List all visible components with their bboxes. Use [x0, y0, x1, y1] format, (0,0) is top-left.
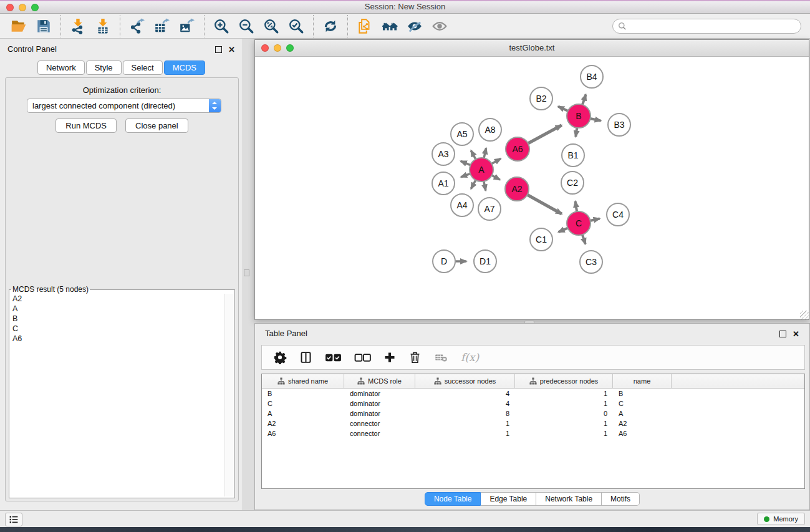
zoom-fit-icon[interactable] — [259, 16, 284, 36]
table-cell: 1 — [515, 390, 613, 397]
table-cell: 1 — [515, 420, 613, 427]
duplicate-network-icon[interactable] — [352, 16, 377, 36]
graph-node-label-C4: C4 — [612, 210, 624, 220]
table-cell: 1 — [515, 400, 613, 407]
table-cell: dominator — [344, 400, 415, 407]
tab-style[interactable]: Style — [86, 60, 122, 75]
float-panel-button[interactable] — [215, 44, 222, 56]
column-visibility-icon[interactable] — [299, 349, 312, 365]
graph-node-label-B3: B3 — [614, 120, 624, 130]
table-cell: B — [262, 390, 344, 397]
column-header-shared-name[interactable]: shared name — [262, 374, 344, 388]
delete-column-icon[interactable] — [408, 349, 422, 365]
graph-node-label-B4: B4 — [586, 72, 597, 82]
delete-table-icon[interactable] — [434, 349, 448, 365]
table-cell: 4 — [415, 400, 515, 407]
table-row[interactable]: Cdominator41C — [262, 399, 804, 409]
zoom-selected-icon[interactable] — [284, 16, 309, 36]
memory-status-icon — [764, 516, 769, 522]
show-all-icon[interactable] — [427, 16, 452, 36]
open-session-icon[interactable] — [6, 16, 31, 36]
graph-node-label-B2: B2 — [536, 94, 546, 104]
function-builder-icon[interactable]: f(x) — [461, 349, 479, 365]
deselect-all-icon[interactable] — [354, 349, 371, 365]
column-header-mcds-role[interactable]: MCDS role — [344, 374, 415, 388]
network-window-titlebar[interactable]: testGlobe.txt — [255, 40, 809, 57]
float-table-panel-button[interactable] — [779, 329, 786, 340]
table-cell: dominator — [344, 410, 415, 417]
run-mcds-button[interactable]: Run MCDS — [55, 118, 117, 133]
refresh-layout-icon[interactable] — [318, 16, 343, 36]
reset-view-icon[interactable] — [377, 16, 402, 36]
graph-node-label-C3: C3 — [586, 257, 597, 267]
mcds-result-list: A2ABCA6 — [11, 294, 224, 496]
graph-node-label-C2: C2 — [567, 178, 578, 188]
table-cell: 4 — [415, 390, 515, 397]
select-all-icon[interactable] — [325, 349, 342, 365]
application-window: Session: New Session Control Panel — [0, 0, 810, 532]
control-panel-title: Control Panel — [7, 44, 57, 54]
table-cell: A6 — [262, 430, 344, 437]
select-stepper-icon — [209, 99, 221, 112]
close-table-panel-button[interactable]: ✕ — [793, 331, 799, 338]
tab-node-table[interactable]: Node Table — [425, 492, 481, 506]
list-icon — [9, 515, 19, 525]
column-header-predecessor-nodes[interactable]: predecessor nodes — [515, 374, 613, 388]
table-toolbar: f(x) — [261, 345, 805, 370]
table-cell: A — [262, 410, 344, 417]
memory-button[interactable]: Memory — [757, 513, 805, 525]
table-cell: A2 — [262, 420, 344, 427]
tab-edge-table[interactable]: Edge Table — [481, 492, 536, 506]
column-header-filler — [672, 374, 804, 388]
close-panel-button[interactable]: ✕ — [228, 46, 235, 54]
import-table-icon[interactable] — [90, 16, 115, 36]
table-cell: 0 — [515, 410, 613, 417]
search-field[interactable] — [612, 19, 801, 34]
tab-motifs[interactable]: Motifs — [602, 492, 640, 506]
export-image-icon[interactable] — [175, 16, 200, 36]
table-row[interactable]: Adominator80A — [262, 409, 804, 418]
table-mode-gear-icon[interactable] — [273, 349, 287, 365]
graph-node-label-C: C — [576, 218, 582, 228]
column-header-name[interactable]: name — [613, 374, 672, 388]
search-input[interactable] — [630, 20, 801, 32]
zoom-in-icon[interactable] — [209, 16, 234, 36]
column-header-successor-nodes[interactable]: successor nodes — [415, 374, 515, 388]
network-canvas-area[interactable]: B4B2BB3A5A8A6B1A3AC2A1A2A4A7C4CC1C3DD1 — [256, 57, 808, 319]
table-cell: 1 — [415, 420, 515, 427]
mcds-result-box: MCDS result (5 nodes) A2ABCA6 — [9, 285, 235, 498]
table-row[interactable]: A2connector11A2 — [262, 418, 804, 428]
desktop-background-strip — [0, 527, 810, 532]
window-resize-grip[interactable] — [800, 311, 809, 319]
hide-selected-icon[interactable] — [402, 16, 427, 36]
save-session-icon[interactable] — [31, 16, 56, 36]
table-cell: connector — [344, 420, 415, 427]
export-table-icon[interactable] — [150, 16, 175, 36]
criterion-select[interactable]: largest connected component (directed) — [27, 99, 221, 113]
graph-node-label-B: B — [576, 111, 581, 121]
export-network-icon[interactable] — [125, 16, 150, 36]
network-canvas[interactable]: B4B2BB3A5A8A6B1A3AC2A1A2A4A7C4CC1C3DD1 — [256, 57, 808, 319]
tab-network-table[interactable]: Network Table — [536, 492, 602, 506]
table-panel-tabs: Node TableEdge TableNetwork TableMotifs — [255, 492, 809, 506]
table-row[interactable]: A6connector11A6 — [262, 428, 804, 438]
add-column-icon[interactable] — [383, 349, 396, 365]
memory-label: Memory — [773, 515, 798, 523]
main-toolbar — [0, 14, 810, 39]
tab-mcds[interactable]: MCDS — [164, 60, 205, 75]
close-panel-button-inline[interactable]: Close panel — [125, 118, 188, 133]
tab-select[interactable]: Select — [123, 60, 163, 75]
toolbar-separator — [60, 15, 61, 37]
zoom-out-icon[interactable] — [234, 16, 259, 36]
graph-node-label-A: A — [478, 165, 485, 175]
tab-network[interactable]: Network — [37, 60, 85, 75]
table-header-row: shared nameMCDS rolesuccessor nodesprede… — [262, 374, 804, 389]
table-cell: 1 — [515, 430, 613, 437]
result-item-a: A — [11, 304, 224, 314]
optimization-criterion-label: Optimization criterion: — [6, 85, 238, 95]
toolbar-separator — [313, 15, 314, 37]
task-history-button[interactable] — [5, 513, 22, 526]
import-network-icon[interactable] — [65, 16, 90, 36]
result-scrollbar[interactable] — [224, 294, 233, 496]
table-row[interactable]: Bdominator41B — [262, 389, 804, 399]
